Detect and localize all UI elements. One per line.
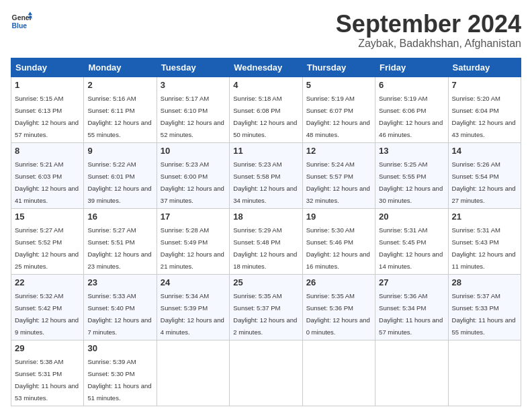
calendar-header-row: Sunday Monday Tuesday Wednesday Thursday… (11, 58, 521, 77)
day-detail: Sunrise: 5:22 AMSunset: 6:01 PMDaylight:… (87, 161, 151, 204)
day-detail: Sunrise: 5:35 AMSunset: 5:36 PMDaylight:… (306, 292, 370, 336)
table-row: 15 Sunrise: 5:27 AMSunset: 5:52 PMDaylig… (11, 208, 84, 274)
empty-cell (375, 340, 448, 406)
day-detail: Sunrise: 5:33 AMSunset: 5:40 PMDaylight:… (87, 292, 151, 336)
day-number: 26 (306, 277, 371, 287)
day-number: 27 (379, 277, 444, 287)
day-detail: Sunrise: 5:29 AMSunset: 5:48 PMDaylight:… (233, 226, 297, 270)
table-row: 22 Sunrise: 5:32 AMSunset: 5:42 PMDaylig… (11, 274, 84, 340)
table-row: 13 Sunrise: 5:25 AMSunset: 5:55 PMDaylig… (375, 142, 448, 208)
day-detail: Sunrise: 5:38 AMSunset: 5:31 PMDaylight:… (15, 358, 79, 402)
day-number: 28 (452, 277, 517, 287)
day-detail: Sunrise: 5:19 AMSunset: 6:07 PMDaylight:… (306, 95, 370, 138)
table-row: 20 Sunrise: 5:31 AMSunset: 5:45 PMDaylig… (375, 208, 448, 274)
page-header: General Blue September 2024 Zaybak, Bada… (11, 11, 521, 50)
empty-cell (302, 340, 375, 406)
table-row: 28 Sunrise: 5:37 AMSunset: 5:33 PMDaylig… (448, 274, 521, 340)
day-number: 30 (87, 343, 152, 353)
table-row: 3 Sunrise: 5:17 AMSunset: 6:10 PMDayligh… (157, 77, 229, 142)
day-detail: Sunrise: 5:26 AMSunset: 5:54 PMDaylight:… (452, 161, 516, 204)
day-number: 4 (233, 80, 298, 90)
day-detail: Sunrise: 5:19 AMSunset: 6:06 PMDaylight:… (379, 95, 443, 138)
day-number: 20 (379, 212, 444, 222)
day-number: 12 (306, 146, 371, 156)
day-number: 9 (87, 146, 152, 156)
calendar-row: 1 Sunrise: 5:15 AMSunset: 6:13 PMDayligh… (11, 77, 521, 142)
table-row: 7 Sunrise: 5:20 AMSunset: 6:04 PMDayligh… (448, 77, 521, 142)
logo: General Blue (11, 11, 32, 32)
day-number: 5 (306, 80, 371, 90)
day-number: 19 (306, 212, 371, 222)
day-detail: Sunrise: 5:34 AMSunset: 5:39 PMDaylight:… (161, 292, 224, 336)
table-row: 19 Sunrise: 5:30 AMSunset: 5:46 PMDaylig… (302, 208, 375, 274)
calendar-row: 8 Sunrise: 5:21 AMSunset: 6:03 PMDayligh… (11, 142, 521, 208)
col-monday: Monday (84, 58, 157, 77)
location: Zaybak, Badakhshan, Afghanistan (336, 38, 521, 50)
col-saturday: Saturday (448, 58, 521, 77)
empty-cell (448, 340, 521, 406)
calendar-row: 29 Sunrise: 5:38 AMSunset: 5:31 PMDaylig… (11, 340, 521, 406)
col-wednesday: Wednesday (230, 58, 302, 77)
table-row: 26 Sunrise: 5:35 AMSunset: 5:36 PMDaylig… (302, 274, 375, 340)
col-sunday: Sunday (11, 58, 84, 77)
day-detail: Sunrise: 5:31 AMSunset: 5:45 PMDaylight:… (379, 226, 443, 270)
col-friday: Friday (375, 58, 448, 77)
day-detail: Sunrise: 5:27 AMSunset: 5:51 PMDaylight:… (87, 226, 151, 270)
day-detail: Sunrise: 5:21 AMSunset: 6:03 PMDaylight:… (15, 161, 79, 204)
svg-text:Blue: Blue (12, 22, 28, 30)
table-row: 14 Sunrise: 5:26 AMSunset: 5:54 PMDaylig… (448, 142, 521, 208)
day-detail: Sunrise: 5:27 AMSunset: 5:52 PMDaylight:… (15, 226, 79, 270)
day-number: 7 (452, 80, 517, 90)
svg-marker-2 (28, 12, 32, 15)
table-row: 25 Sunrise: 5:35 AMSunset: 5:37 PMDaylig… (230, 274, 302, 340)
calendar-row: 22 Sunrise: 5:32 AMSunset: 5:42 PMDaylig… (11, 274, 521, 340)
empty-cell (157, 340, 229, 406)
day-detail: Sunrise: 5:32 AMSunset: 5:42 PMDaylight:… (15, 292, 79, 336)
table-row: 6 Sunrise: 5:19 AMSunset: 6:06 PMDayligh… (375, 77, 448, 142)
day-number: 17 (161, 212, 226, 222)
month-title: September 2024 (336, 11, 521, 38)
day-detail: Sunrise: 5:31 AMSunset: 5:43 PMDaylight:… (452, 226, 516, 270)
day-detail: Sunrise: 5:23 AMSunset: 5:58 PMDaylight:… (233, 161, 297, 204)
day-number: 13 (379, 146, 444, 156)
day-detail: Sunrise: 5:35 AMSunset: 5:37 PMDaylight:… (233, 292, 297, 336)
day-detail: Sunrise: 5:30 AMSunset: 5:46 PMDaylight:… (306, 226, 370, 270)
day-detail: Sunrise: 5:20 AMSunset: 6:04 PMDaylight:… (452, 95, 516, 138)
table-row: 10 Sunrise: 5:23 AMSunset: 6:00 PMDaylig… (157, 142, 229, 208)
table-row: 11 Sunrise: 5:23 AMSunset: 5:58 PMDaylig… (230, 142, 302, 208)
day-number: 3 (161, 80, 226, 90)
day-number: 8 (15, 146, 80, 156)
col-tuesday: Tuesday (157, 58, 229, 77)
day-number: 2 (87, 80, 152, 90)
day-number: 14 (452, 146, 517, 156)
day-number: 22 (15, 277, 80, 287)
day-detail: Sunrise: 5:37 AMSunset: 5:33 PMDaylight:… (452, 292, 516, 336)
table-row: 17 Sunrise: 5:28 AMSunset: 5:49 PMDaylig… (157, 208, 229, 274)
table-row: 23 Sunrise: 5:33 AMSunset: 5:40 PMDaylig… (84, 274, 157, 340)
day-number: 25 (233, 277, 298, 287)
day-detail: Sunrise: 5:23 AMSunset: 6:00 PMDaylight:… (161, 161, 224, 204)
day-detail: Sunrise: 5:36 AMSunset: 5:34 PMDaylight:… (379, 292, 443, 336)
day-detail: Sunrise: 5:25 AMSunset: 5:55 PMDaylight:… (379, 161, 443, 204)
day-number: 1 (15, 80, 80, 90)
empty-cell (230, 340, 302, 406)
day-number: 23 (87, 277, 152, 287)
calendar-table: Sunday Monday Tuesday Wednesday Thursday… (11, 58, 521, 406)
table-row: 8 Sunrise: 5:21 AMSunset: 6:03 PMDayligh… (11, 142, 84, 208)
table-row: 2 Sunrise: 5:16 AMSunset: 6:11 PMDayligh… (84, 77, 157, 142)
day-number: 15 (15, 212, 80, 222)
table-row: 12 Sunrise: 5:24 AMSunset: 5:57 PMDaylig… (302, 142, 375, 208)
calendar-row: 15 Sunrise: 5:27 AMSunset: 5:52 PMDaylig… (11, 208, 521, 274)
table-row: 5 Sunrise: 5:19 AMSunset: 6:07 PMDayligh… (302, 77, 375, 142)
table-row: 21 Sunrise: 5:31 AMSunset: 5:43 PMDaylig… (448, 208, 521, 274)
table-row: 29 Sunrise: 5:38 AMSunset: 5:31 PMDaylig… (11, 340, 84, 406)
col-thursday: Thursday (302, 58, 375, 77)
table-row: 24 Sunrise: 5:34 AMSunset: 5:39 PMDaylig… (157, 274, 229, 340)
title-section: September 2024 Zaybak, Badakhshan, Afgha… (336, 11, 521, 50)
day-detail: Sunrise: 5:18 AMSunset: 6:08 PMDaylight:… (233, 95, 297, 138)
day-number: 16 (87, 212, 152, 222)
day-detail: Sunrise: 5:24 AMSunset: 5:57 PMDaylight:… (306, 161, 370, 204)
table-row: 16 Sunrise: 5:27 AMSunset: 5:51 PMDaylig… (84, 208, 157, 274)
logo-icon: General Blue (11, 11, 32, 32)
day-detail: Sunrise: 5:39 AMSunset: 5:30 PMDaylight:… (87, 358, 151, 402)
